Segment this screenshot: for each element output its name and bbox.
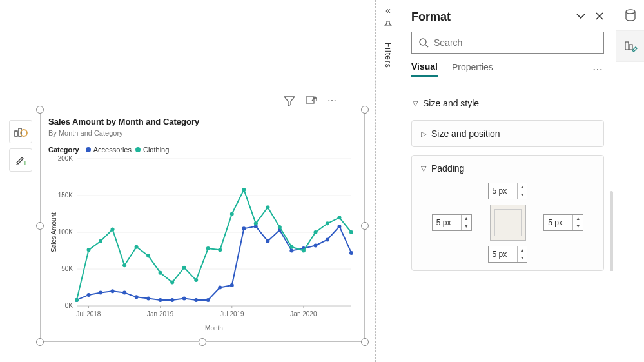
svg-point-71 <box>326 221 329 225</box>
right-icon-rail <box>616 0 644 62</box>
tabs-more-icon[interactable]: ⋯ <box>592 63 604 75</box>
svg-point-68 <box>289 245 293 249</box>
section-size-position[interactable]: ▷Size and position <box>411 120 604 147</box>
svg-text:200K: 200K <box>58 155 73 162</box>
step-down-icon[interactable]: ▼ <box>573 223 583 230</box>
resize-handle-bl[interactable] <box>36 338 44 346</box>
legend-item-accessories[interactable]: Accessories <box>86 146 132 154</box>
svg-point-49 <box>349 251 353 255</box>
svg-point-46 <box>313 244 317 248</box>
svg-point-56 <box>146 254 150 257</box>
data-pane-button[interactable] <box>616 0 644 31</box>
visual-header: ⋯ <box>284 96 338 108</box>
svg-point-47 <box>326 237 329 241</box>
resize-handle-bc[interactable] <box>199 338 206 346</box>
tab-visual[interactable]: Visual <box>411 61 438 77</box>
filters-rail: « Filters <box>382 5 395 68</box>
resize-handle-br[interactable] <box>361 338 369 346</box>
svg-point-61 <box>206 246 210 250</box>
svg-point-29 <box>111 289 115 293</box>
svg-point-74 <box>420 39 426 45</box>
svg-text:Jul 2019: Jul 2019 <box>220 310 244 317</box>
resize-handle-tl[interactable] <box>36 106 44 114</box>
svg-point-65 <box>254 221 258 225</box>
svg-text:Jul 2018: Jul 2018 <box>77 310 101 317</box>
more-options-icon[interactable]: ⋯ <box>327 96 338 108</box>
svg-point-40 <box>242 226 246 230</box>
svg-point-63 <box>230 212 234 216</box>
svg-point-70 <box>313 230 317 234</box>
padding-right-input[interactable]: 5 px▲▼ <box>543 214 583 231</box>
legend-dot-icon <box>135 147 141 152</box>
svg-point-42 <box>266 239 269 243</box>
step-down-icon[interactable]: ▼ <box>518 254 527 262</box>
chart-plot: 0K50K100K150K200KJul 2018Jan 2019Jul 201… <box>48 154 358 334</box>
svg-point-50 <box>75 298 79 302</box>
step-up-icon[interactable]: ▲ <box>518 183 527 191</box>
svg-text:Jan 2019: Jan 2019 <box>147 310 174 317</box>
expand-icon[interactable] <box>576 12 586 23</box>
svg-text:50K: 50K <box>61 265 73 272</box>
legend-dot-icon <box>86 147 91 152</box>
chart-title: Sales Amount by Month and Category <box>48 117 356 126</box>
svg-point-48 <box>337 225 341 228</box>
filters-speaker-icon[interactable] <box>383 19 393 32</box>
svg-text:Jan 2020: Jan 2020 <box>290 310 317 317</box>
svg-point-51 <box>87 248 91 252</box>
resize-handle-mr[interactable] <box>361 222 369 230</box>
padding-left-input[interactable]: 5 px▲▼ <box>432 214 472 231</box>
padding-top-input[interactable]: 5 px▲▼ <box>488 183 528 199</box>
step-down-icon[interactable]: ▼ <box>518 191 527 199</box>
filter-icon[interactable] <box>284 96 295 108</box>
svg-point-34 <box>170 298 174 302</box>
svg-point-35 <box>182 297 186 301</box>
legend-item-clothing[interactable]: Clothing <box>135 146 169 154</box>
svg-rect-76 <box>625 42 629 50</box>
svg-point-32 <box>146 297 150 301</box>
collapse-filters-icon[interactable]: « <box>382 5 395 15</box>
svg-point-53 <box>111 227 115 231</box>
step-down-icon[interactable]: ▼ <box>462 223 471 230</box>
svg-point-33 <box>159 298 162 302</box>
svg-point-57 <box>159 271 162 275</box>
chart-types-icon <box>14 125 28 139</box>
pane-divider[interactable] <box>375 0 376 362</box>
step-up-icon[interactable]: ▲ <box>573 215 583 223</box>
svg-point-55 <box>135 245 139 249</box>
format-search[interactable] <box>411 32 604 54</box>
chevron-down-icon: ▽ <box>413 99 418 108</box>
svg-point-62 <box>218 248 222 252</box>
svg-point-75 <box>626 10 635 14</box>
section-size-style[interactable]: ▽Size and style <box>411 94 604 112</box>
resize-handle-tr[interactable] <box>361 106 369 114</box>
format-brush-button[interactable]: + <box>9 148 32 172</box>
focus-mode-icon[interactable] <box>306 96 317 108</box>
svg-point-59 <box>182 266 186 270</box>
visual-types-button[interactable] <box>9 120 32 143</box>
tab-properties[interactable]: Properties <box>452 62 493 76</box>
svg-point-69 <box>302 249 306 253</box>
format-pane-title: Format <box>411 10 451 24</box>
close-icon[interactable] <box>595 12 604 23</box>
filters-label[interactable]: Filters <box>384 43 393 68</box>
section-padding-header[interactable]: ▽Padding <box>421 163 594 174</box>
svg-point-54 <box>122 263 126 267</box>
svg-point-60 <box>194 278 198 282</box>
padding-bottom-input[interactable]: 5 px▲▼ <box>488 246 528 263</box>
svg-point-72 <box>337 216 341 219</box>
legend-title: Category <box>48 146 79 154</box>
format-pane-button[interactable] <box>616 31 644 62</box>
resize-handle-ml[interactable] <box>36 222 44 230</box>
svg-point-37 <box>206 298 210 302</box>
scrollbar[interactable] <box>610 191 613 271</box>
search-input[interactable] <box>434 37 597 48</box>
chart-subtitle: By Month and Category <box>48 129 356 137</box>
step-up-icon[interactable]: ▲ <box>518 246 527 254</box>
chart-visual[interactable]: Sales Amount by Month and Category By Mo… <box>40 110 365 342</box>
step-up-icon[interactable]: ▲ <box>462 215 471 223</box>
svg-point-27 <box>87 293 91 297</box>
svg-point-39 <box>230 283 234 287</box>
chevron-right-icon: ▷ <box>421 130 426 138</box>
chevron-down-icon: ▽ <box>421 165 426 173</box>
svg-point-31 <box>135 295 139 299</box>
